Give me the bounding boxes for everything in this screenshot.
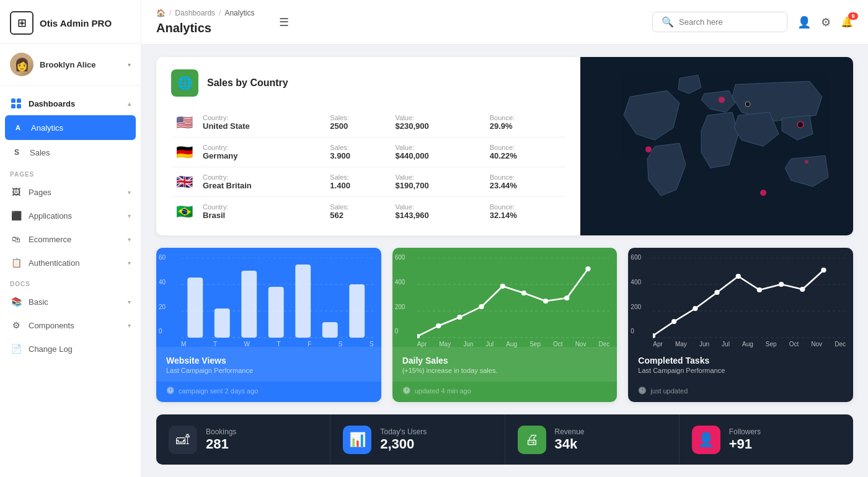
dashboards-chevron-icon: ▴: [128, 100, 131, 107]
sidebar-item-ecommerce[interactable]: 🛍 Ecommerce ▾: [0, 227, 141, 251]
svg-rect-18: [295, 265, 311, 338]
svg-point-26: [436, 323, 441, 328]
svg-point-33: [585, 266, 590, 271]
search-icon: 🔍: [662, 16, 674, 28]
topbar-right: 🔍 👤 ⚙ 🔔 9: [652, 12, 853, 32]
page-title: Analytics: [156, 21, 211, 35]
applications-label: Applications: [29, 211, 72, 221]
stat-value: 2,300: [380, 436, 427, 452]
table-row: 🇬🇧 Country: Great Britain Sales: 1.400 V…: [171, 167, 565, 197]
charts-row: 60 40 20 0: [156, 248, 853, 402]
notification-bell[interactable]: 🔔 9: [841, 16, 853, 28]
website-views-x-labels: MTWTFSS: [181, 338, 374, 350]
stat-item: 👤 Followers +91: [680, 414, 853, 465]
sidebar: ⊞ Otis Admin PRO 👩 Brooklyn Alice ▾ Dash…: [0, 0, 141, 477]
website-views-canvas: [181, 258, 374, 338]
sidebar-item-analytics[interactable]: A Analytics: [5, 115, 136, 140]
sales-table: 🌐 Sales by Country 🇺🇸 Country: United St…: [156, 57, 580, 235]
daily-sales-card: 600 400 200 0: [392, 248, 618, 402]
sidebar-item-sales[interactable]: S Sales: [0, 140, 141, 165]
card-header: 🌐 Sales by Country: [171, 69, 565, 97]
authentication-label: Authentication: [29, 258, 79, 268]
svg-rect-3: [17, 104, 21, 108]
stat-icon: 📊: [343, 426, 371, 454]
menu-icon[interactable]: ☰: [279, 15, 289, 29]
svg-rect-20: [349, 284, 365, 338]
components-chevron-icon: ▾: [128, 322, 131, 329]
svg-point-32: [564, 295, 569, 300]
ecommerce-label: Ecommerce: [29, 235, 71, 244]
sidebar-item-changelog[interactable]: 📄 Change Log: [0, 337, 141, 361]
basic-icon: 📚: [10, 295, 22, 308]
completed-tasks-canvas: [653, 258, 846, 338]
changelog-icon: 📄: [10, 343, 22, 355]
notification-count: 9: [848, 12, 858, 20]
svg-point-5: [645, 146, 652, 152]
completed-tasks-x-labels: AprMayJunJulAugSepOctNovDec: [653, 338, 846, 350]
daily-sales-x-labels: AprMayJunJulAugSepOctNovDec: [417, 338, 610, 350]
svg-point-43: [757, 287, 762, 292]
breadcrumb-current: Analytics: [224, 9, 254, 17]
ecommerce-icon: 🛍: [10, 233, 22, 245]
svg-rect-16: [241, 271, 257, 338]
breadcrumb-dashboards[interactable]: Dashboards: [175, 9, 215, 17]
completed-tasks-chart: 600 400 200 0: [628, 248, 853, 347]
svg-point-9: [805, 160, 808, 164]
home-icon[interactable]: 🏠: [156, 9, 166, 17]
search-input[interactable]: [679, 17, 778, 27]
website-views-card: 60 40 20 0: [156, 248, 381, 402]
website-views-footer: 🕐 campaign sent 2 days ago: [156, 382, 381, 402]
stat-label: Bookings: [206, 427, 236, 436]
avatar: 👩: [10, 53, 33, 76]
sidebar-item-components[interactable]: ⚙ Components ▾: [0, 313, 141, 337]
daily-sales-canvas: [417, 258, 610, 338]
sales-card-title: Sales by Country: [207, 77, 288, 89]
sidebar-item-authentication[interactable]: 📋 Authentication ▾: [0, 251, 141, 274]
completed-tasks-title: Completed Tasks: [638, 356, 843, 365]
completed-tasks-y-labels: 600 400 200 0: [628, 254, 644, 335]
stat-value: 34k: [555, 436, 585, 452]
clock-icon: 🕐: [166, 387, 175, 395]
sidebar-logo: ⊞ Otis Admin PRO: [0, 0, 141, 44]
user-profile-icon[interactable]: 👤: [797, 15, 811, 29]
svg-point-6: [760, 190, 766, 196]
website-views-y-labels: 60 40 20 0: [156, 254, 168, 335]
svg-rect-15: [215, 309, 230, 338]
breadcrumb-sep1: /: [169, 9, 171, 17]
sidebar-user[interactable]: 👩 Brooklyn Alice ▾: [0, 44, 141, 85]
website-views-title: Website Views: [166, 356, 371, 365]
user-name: Brooklyn Alice: [40, 60, 96, 69]
svg-point-46: [822, 268, 826, 273]
svg-point-45: [800, 287, 805, 292]
settings-icon[interactable]: ⚙: [821, 15, 831, 29]
svg-rect-1: [17, 98, 21, 103]
sidebar-item-applications[interactable]: ⬛ Applications ▾: [0, 204, 141, 227]
clock-icon3: 🕐: [638, 387, 647, 395]
world-map: [580, 57, 853, 235]
docs-section-label: DOCS: [0, 274, 141, 290]
table-row: 🇩🇪 Country: Germany Sales: 3.900 Value: …: [171, 138, 565, 167]
svg-rect-2: [11, 104, 16, 108]
stat-item: 🛋 Bookings 281: [156, 414, 330, 465]
basic-label: Basic: [29, 297, 48, 307]
user-chevron-icon: ▾: [128, 61, 131, 68]
daily-sales-info: Daily Sales (+15%) increase in today sal…: [392, 347, 618, 382]
daily-sales-y-labels: 600 400 200 0: [392, 254, 408, 335]
stat-label: Followers: [729, 427, 761, 436]
completed-tasks-info: Completed Tasks Last Campaign Performanc…: [628, 347, 853, 382]
sales-label: Sales: [30, 148, 50, 157]
breadcrumb-sep2: /: [219, 9, 221, 17]
sidebar-item-basic[interactable]: 📚 Basic ▾: [0, 290, 141, 313]
svg-point-44: [779, 282, 784, 287]
website-views-info: Website Views Last Campaign Performance: [156, 347, 381, 382]
svg-point-39: [671, 319, 676, 324]
sidebar-item-pages[interactable]: 🖼 Pages ▾: [0, 180, 141, 204]
stat-label: Today's Users: [380, 427, 427, 436]
svg-point-28: [479, 304, 484, 309]
applications-icon: ⬛: [10, 209, 22, 222]
sidebar-item-dashboards[interactable]: Dashboards ▴: [0, 92, 141, 115]
svg-point-8: [745, 102, 750, 107]
daily-sales-title: Daily Sales: [402, 356, 608, 365]
table-row: 🇧🇷 Country: Brasil Sales: 562 Value: $14…: [171, 197, 565, 227]
search-box[interactable]: 🔍: [652, 12, 787, 32]
